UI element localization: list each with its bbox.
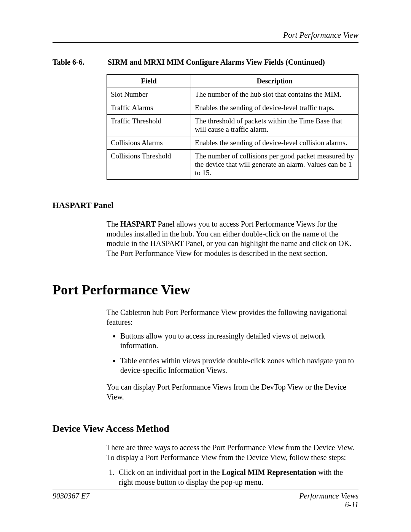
cell-description: The number of collisions per good packet…	[191, 150, 358, 180]
cell-description: The number of the hub slot that contains…	[191, 88, 358, 101]
bullet-list-container: Buttons allow you to access increasingly…	[107, 331, 358, 375]
list-item: Table entries within views provide doubl…	[120, 356, 358, 375]
cell-field: Traffic Alarms	[107, 101, 191, 115]
table-row: Collisions Alarms Enables the sending of…	[107, 136, 358, 150]
table-row: Traffic Threshold The threshold of packe…	[107, 115, 358, 136]
table-caption: Table 6-6. SIRM and MRXI MIM Configure A…	[53, 58, 358, 67]
table-number: Table 6-6.	[53, 58, 108, 67]
text: The	[107, 220, 120, 228]
access-intro: There are three ways to access the Port …	[107, 443, 358, 462]
page: Port Performance View Table 6-6. SIRM an…	[0, 0, 411, 532]
text-bold: HASPART	[120, 220, 156, 228]
cell-description: Enables the sending of device-level coll…	[191, 136, 358, 150]
footer-left: 9030367 E7	[53, 492, 89, 509]
footer-right-top: Performance Views	[299, 492, 358, 500]
cell-field: Slot Number	[107, 88, 191, 101]
section-title: Port Performance View	[53, 282, 358, 298]
table-title: SIRM and MRXI MIM Configure Alarms View …	[108, 58, 325, 67]
running-head: Port Performance View	[53, 30, 358, 40]
footer-right-bottom: 6-11	[299, 500, 358, 509]
section-outro: You can display Port Performance Views f…	[107, 382, 358, 402]
page-footer: 9030367 E7 Performance Views 6-11	[53, 489, 358, 509]
footer-rule	[53, 489, 358, 489]
table-row: Traffic Alarms Enables the sending of de…	[107, 101, 358, 115]
cell-description: Enables the sending of device-level traf…	[191, 101, 358, 115]
section-intro: The Cabletron hub Port Performance View …	[107, 308, 358, 327]
cell-description: The threshold of packets within the Time…	[191, 115, 358, 136]
text-bold: Logical MIM Representation	[222, 468, 317, 476]
bullet-list: Buttons allow you to access increasingly…	[112, 331, 358, 375]
steps-list: Click on an individual port in the Logic…	[107, 468, 358, 487]
list-item: Click on an individual port in the Logic…	[116, 468, 358, 487]
cell-field: Collisions Alarms	[107, 136, 191, 150]
haspart-heading: HASPART Panel	[53, 200, 358, 210]
access-heading: Device View Access Method	[53, 423, 358, 435]
col-header-field: Field	[107, 75, 191, 88]
list-item: Buttons allow you to access increasingly…	[120, 331, 358, 351]
steps-container: Click on an individual port in the Logic…	[107, 468, 358, 487]
fields-table: Field Description Slot Number The number…	[107, 74, 358, 180]
cell-field: Collisions Threshold	[107, 150, 191, 180]
header-rule	[53, 42, 358, 43]
cell-field: Traffic Threshold	[107, 115, 191, 136]
col-header-description: Description	[191, 75, 358, 88]
table-row: Slot Number The number of the hub slot t…	[107, 88, 358, 101]
table-row: Collisions Threshold The number of colli…	[107, 150, 358, 180]
haspart-body: The HASPART Panel allows you to access P…	[107, 219, 358, 258]
text: Click on an individual port in the	[119, 468, 222, 476]
